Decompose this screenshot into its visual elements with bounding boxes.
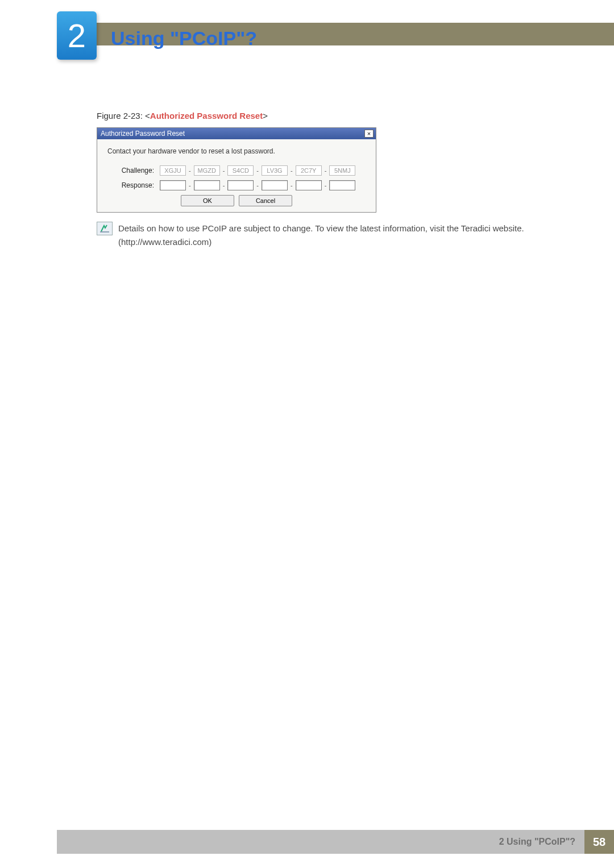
close-button[interactable]: × [364, 130, 374, 138]
dialog-title: Authorized Password Reset [101, 130, 185, 138]
chapter-badge: 2 [57, 11, 97, 60]
dash: - [325, 182, 327, 189]
footer-text: 2 Using "PCoIP"? [490, 830, 584, 854]
dialog-message: Contact your hardware vendor to reset a … [107, 147, 366, 155]
challenge-code-4: LV3G [262, 165, 288, 176]
challenge-code-1: XGJU [160, 165, 186, 176]
figure-caption: Figure 2-23: <Authorized Password Reset> [97, 111, 268, 121]
dash: - [223, 167, 225, 174]
chapter-title: Using "PCoIP"? [111, 27, 257, 49]
response-input-3[interactable] [227, 180, 254, 190]
figure-prefix: Figure 2-23: < [97, 111, 150, 121]
challenge-label: Challenge: [107, 167, 154, 175]
figure-suffix: > [263, 111, 268, 121]
response-row: Response: - - - - - [107, 180, 366, 190]
note-text: Details on how to use PCoIP are subject … [118, 222, 590, 249]
dialog-body: Contact your hardware vendor to reset a … [97, 139, 376, 212]
footer-band: 2 Using "PCoIP"? 58 [57, 830, 614, 854]
dash: - [291, 167, 293, 174]
dash: - [189, 182, 191, 189]
dialog-titlebar: Authorized Password Reset × [97, 128, 376, 139]
note-row: Details on how to use PCoIP are subject … [97, 222, 591, 249]
dialog-buttons: OK Cancel [107, 195, 366, 206]
dash: - [256, 167, 259, 174]
response-input-1[interactable] [160, 180, 186, 190]
dash: - [256, 182, 259, 189]
note-icon [97, 222, 113, 235]
dash: - [291, 182, 293, 189]
chapter-number: 2 [68, 16, 86, 55]
challenge-code-5: 2C7Y [296, 165, 322, 176]
footer-page: 58 [584, 830, 614, 854]
page: 2 Using "PCoIP"? Figure 2-23: <Authorize… [0, 0, 614, 868]
response-label: Response: [107, 181, 154, 189]
dash: - [223, 182, 225, 189]
dash: - [189, 167, 191, 174]
close-icon: × [367, 131, 371, 137]
challenge-row: Challenge: XGJU - MGZD - S4CD - LV3G - 2… [107, 165, 366, 176]
cancel-button[interactable]: Cancel [239, 195, 292, 206]
challenge-code-3: S4CD [227, 165, 254, 176]
figure-title: Authorized Password Reset [150, 111, 263, 121]
response-input-5[interactable] [296, 180, 322, 190]
response-input-2[interactable] [194, 180, 220, 190]
dash: - [325, 167, 327, 174]
ok-button[interactable]: OK [181, 195, 234, 206]
response-input-4[interactable] [262, 180, 288, 190]
dialog-authorized-password-reset: Authorized Password Reset × Contact your… [97, 127, 376, 213]
challenge-code-2: MGZD [194, 165, 220, 176]
challenge-code-6: 5NMJ [329, 165, 355, 176]
response-input-6[interactable] [329, 180, 355, 190]
